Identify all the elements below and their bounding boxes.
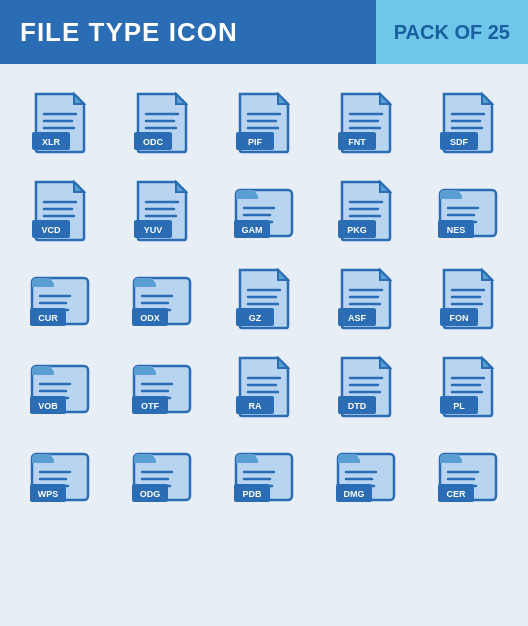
svg-text:FNT: FNT bbox=[348, 137, 366, 147]
header: FILE TYPE ICON PACK OF 25 bbox=[0, 0, 528, 64]
svg-text:SDF: SDF bbox=[450, 137, 469, 147]
svg-text:GAM: GAM bbox=[242, 225, 263, 235]
svg-text:CUR: CUR bbox=[38, 313, 58, 323]
file-icon-yuv: YUV bbox=[114, 168, 210, 250]
svg-text:DMG: DMG bbox=[344, 489, 365, 499]
svg-text:WPS: WPS bbox=[38, 489, 59, 499]
file-icon-asf: ASF bbox=[318, 256, 414, 338]
svg-text:PKG: PKG bbox=[347, 225, 367, 235]
svg-rect-36 bbox=[236, 196, 258, 199]
file-icon-pkg: PKG bbox=[318, 168, 414, 250]
file-icon-pdb: PDB bbox=[216, 432, 312, 514]
svg-text:NES: NES bbox=[447, 225, 466, 235]
svg-text:PDB: PDB bbox=[242, 489, 262, 499]
file-icon-wps: WPS bbox=[12, 432, 108, 514]
svg-text:ODX: ODX bbox=[140, 313, 160, 323]
file-icon-odx: ODX bbox=[114, 256, 210, 338]
header-title: FILE TYPE ICON bbox=[0, 0, 376, 64]
svg-rect-55 bbox=[32, 284, 54, 287]
svg-text:ASF: ASF bbox=[348, 313, 367, 323]
svg-rect-62 bbox=[134, 284, 156, 287]
file-icon-xlr: XLR bbox=[12, 80, 108, 162]
file-icon-gam: GAM bbox=[216, 168, 312, 250]
file-icon-cer: CER bbox=[420, 432, 516, 514]
svg-text:YUV: YUV bbox=[144, 225, 163, 235]
svg-rect-84 bbox=[32, 372, 54, 375]
svg-rect-91 bbox=[134, 372, 156, 375]
file-icon-otf: OTF bbox=[114, 344, 210, 426]
svg-text:PL: PL bbox=[453, 401, 465, 411]
svg-rect-120 bbox=[134, 460, 156, 463]
file-icon-odg: ODG bbox=[114, 432, 210, 514]
file-icon-pl: PL bbox=[420, 344, 516, 426]
svg-rect-127 bbox=[236, 460, 258, 463]
icons-grid: XLR ODC PIF bbox=[0, 74, 528, 520]
svg-rect-113 bbox=[32, 460, 54, 463]
svg-text:VOB: VOB bbox=[38, 401, 58, 411]
file-icon-sdf: SDF bbox=[420, 80, 516, 162]
svg-text:DTD: DTD bbox=[348, 401, 367, 411]
file-icon-dmg: DMG bbox=[318, 432, 414, 514]
file-icon-pif: PIF bbox=[216, 80, 312, 162]
svg-rect-134 bbox=[338, 460, 360, 463]
file-icon-vob: VOB bbox=[12, 344, 108, 426]
svg-text:XLR: XLR bbox=[42, 137, 61, 147]
file-icon-nes: NES bbox=[420, 168, 516, 250]
file-icon-cur: CUR bbox=[12, 256, 108, 338]
svg-rect-141 bbox=[440, 460, 462, 463]
svg-text:OTF: OTF bbox=[141, 401, 159, 411]
svg-text:ODG: ODG bbox=[140, 489, 161, 499]
svg-text:ODC: ODC bbox=[143, 137, 164, 147]
file-icon-fon: FON bbox=[420, 256, 516, 338]
svg-text:VCD: VCD bbox=[41, 225, 61, 235]
svg-text:FON: FON bbox=[450, 313, 469, 323]
svg-text:PIF: PIF bbox=[248, 137, 263, 147]
header-pack: PACK OF 25 bbox=[376, 0, 528, 64]
svg-rect-48 bbox=[440, 196, 462, 199]
file-icon-ra: RA bbox=[216, 344, 312, 426]
file-icon-fnt: FNT bbox=[318, 80, 414, 162]
file-icon-odc: ODC bbox=[114, 80, 210, 162]
svg-text:GZ: GZ bbox=[249, 313, 262, 323]
file-icon-dtd: DTD bbox=[318, 344, 414, 426]
svg-text:RA: RA bbox=[249, 401, 262, 411]
file-icon-vcd: VCD bbox=[12, 168, 108, 250]
file-icon-gz: GZ bbox=[216, 256, 312, 338]
svg-text:CER: CER bbox=[446, 489, 466, 499]
